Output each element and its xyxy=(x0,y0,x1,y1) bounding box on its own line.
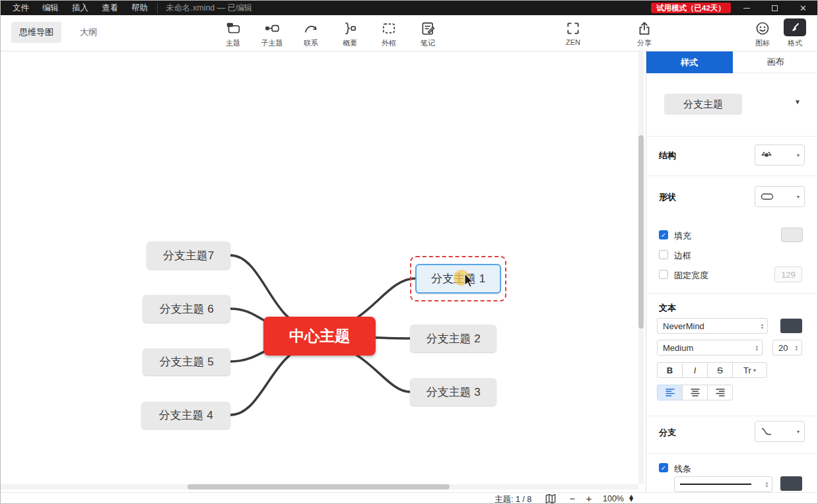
chevron-down-icon: ▾ xyxy=(797,152,800,158)
zen-mode-icon xyxy=(554,18,592,36)
structure-select[interactable]: ▾ xyxy=(755,144,805,166)
divider xyxy=(646,136,818,137)
zoom-stepper[interactable]: ▴▾ xyxy=(629,495,633,501)
map-overview-icon[interactable] xyxy=(545,493,557,504)
alignment-group xyxy=(657,385,733,400)
bold-button[interactable]: B xyxy=(657,362,683,378)
font-size-select[interactable]: 20 ▴▾ xyxy=(772,340,802,356)
structure-label: 结构 xyxy=(659,150,676,162)
mindmap-canvas[interactable]: 中心主题 分支主题 1 分支主题 2 分支主题 3 分支主题 4 分支主题 5 … xyxy=(1,51,646,492)
format-button[interactable]: 格式 xyxy=(776,18,814,48)
branch-style-select[interactable]: ▾ xyxy=(755,421,805,442)
branch-topic-3[interactable]: 分支主题 3 xyxy=(410,378,496,406)
panel-tabs: 样式 画布 xyxy=(646,51,818,73)
align-right-icon xyxy=(716,389,725,396)
align-left-button[interactable] xyxy=(657,385,683,400)
divider xyxy=(646,175,818,176)
chevron-down-icon: ▾ xyxy=(797,194,800,200)
central-topic[interactable]: 中心主题 xyxy=(263,317,376,356)
boundary-button[interactable]: 外框 xyxy=(370,18,408,48)
border-checkbox[interactable] xyxy=(659,250,668,259)
check-icon: ✓ xyxy=(661,464,666,472)
font-weight-select[interactable]: Medium ▴▾ xyxy=(657,340,763,356)
maximize-button[interactable] xyxy=(761,1,789,15)
relationship-button[interactable]: 联系 xyxy=(292,18,330,48)
xmind-window: 文件 编辑 插入 查看 帮助 未命名.xmind — 已编辑 试用模式（已42天… xyxy=(0,0,818,504)
topic-button[interactable]: 主题 xyxy=(214,18,252,48)
topic-type-dropdown[interactable]: 分支主题 xyxy=(664,94,742,115)
font-color-swatch[interactable] xyxy=(780,319,802,333)
minimize-button[interactable] xyxy=(732,1,761,15)
tab-canvas[interactable]: 画布 xyxy=(733,51,818,73)
topic-count: 主题: 1 / 8 xyxy=(494,494,531,504)
document-title: 未命名.xmind — 已编辑 xyxy=(157,3,252,14)
menu-file[interactable]: 文件 xyxy=(6,1,36,15)
font-weight-value: Medium xyxy=(663,343,693,353)
fill-checkbox[interactable]: ✓ xyxy=(659,230,668,239)
zen-mode-button[interactable]: ZEN xyxy=(554,18,592,46)
fill-color-swatch[interactable] xyxy=(781,228,803,242)
branch-topic-2[interactable]: 分支主题 2 xyxy=(410,325,496,352)
fixed-width-checkbox[interactable] xyxy=(659,270,668,279)
branch-edges xyxy=(1,51,646,492)
line-checkbox[interactable]: ✓ xyxy=(659,463,668,472)
tab-mindmap[interactable]: 思维导图 xyxy=(11,22,61,43)
format-brush-icon xyxy=(784,18,806,36)
line-label: 线条 xyxy=(674,463,691,475)
trial-badge[interactable]: 试用模式（已42天） xyxy=(651,3,731,13)
vertical-scrollbar[interactable] xyxy=(638,51,644,484)
summary-icon xyxy=(331,18,369,36)
line-style-select[interactable]: ▴▾ xyxy=(674,476,772,492)
menu-insert[interactable]: 插入 xyxy=(65,1,95,15)
menu-edit[interactable]: 编辑 xyxy=(36,1,65,15)
align-center-button[interactable] xyxy=(682,385,708,400)
zoom-out-button[interactable]: − xyxy=(567,493,578,504)
menu-help[interactable]: 帮助 xyxy=(125,1,154,15)
tab-outline[interactable]: 大纲 xyxy=(80,26,97,38)
shape-select[interactable]: ▾ xyxy=(755,186,805,207)
align-left-icon xyxy=(665,389,675,396)
stepper-icon: ▴▾ xyxy=(756,344,758,351)
share-button[interactable]: 分享 xyxy=(625,18,664,48)
subtopic-icon xyxy=(253,18,291,36)
border-label: 边框 xyxy=(674,250,691,262)
check-icon: ✓ xyxy=(661,232,666,239)
align-right-button[interactable] xyxy=(707,385,733,400)
horizontal-scrollbar-thumb[interactable] xyxy=(187,484,450,489)
horizontal-scrollbar[interactable] xyxy=(1,484,638,489)
font-family-select[interactable]: NeverMind ▴▾ xyxy=(657,318,768,334)
format-panel: 样式 画布 分支主题 ▼ 结构 ▾ 形状 ▾ ✓ 填充 边框 固定宽度 文本 N… xyxy=(646,51,818,492)
text-transform-button[interactable]: Tr ▾ xyxy=(732,362,767,378)
summary-button[interactable]: 概要 xyxy=(331,18,369,48)
align-center-icon xyxy=(691,389,700,396)
strikethrough-button[interactable]: S xyxy=(707,362,733,378)
close-button[interactable]: ✕ xyxy=(789,1,817,15)
fixed-width-input[interactable] xyxy=(774,267,802,282)
notes-button[interactable]: 笔记 xyxy=(409,18,447,48)
menu-view[interactable]: 查看 xyxy=(95,1,125,15)
zoom-in-button[interactable]: + xyxy=(584,493,594,504)
italic-button[interactable]: I xyxy=(682,362,708,378)
relationship-icon xyxy=(292,18,330,36)
branch-topic-4[interactable]: 分支主题 4 xyxy=(141,402,230,429)
line-color-swatch[interactable] xyxy=(780,476,802,491)
branch-topic-6[interactable]: 分支主题 6 xyxy=(143,295,230,323)
branch-topic-5[interactable]: 分支主题 5 xyxy=(143,348,230,375)
chevron-down-icon: ▾ xyxy=(753,367,756,373)
tab-style[interactable]: 样式 xyxy=(646,51,733,73)
zoom-level: 100% xyxy=(603,494,624,503)
line-style-preview xyxy=(680,484,751,485)
window-controls: ✕ xyxy=(732,1,817,15)
subtopic-button[interactable]: 子主题 xyxy=(253,18,291,48)
stepper-icon: ▴▾ xyxy=(796,344,798,351)
divider xyxy=(646,416,818,416)
mouse-cursor xyxy=(452,268,483,298)
fill-label: 填充 xyxy=(674,230,691,242)
stepper-icon: ▴▾ xyxy=(766,481,768,488)
branch-topic-7[interactable]: 分支主题7 xyxy=(147,241,230,269)
divider xyxy=(646,453,818,454)
vertical-scrollbar-thumb[interactable] xyxy=(638,135,644,329)
share-icon xyxy=(625,18,664,36)
topic-type-caret-icon[interactable]: ▼ xyxy=(794,98,801,106)
titlebar: 文件 编辑 插入 查看 帮助 未命名.xmind — 已编辑 试用模式（已42天… xyxy=(1,1,817,15)
